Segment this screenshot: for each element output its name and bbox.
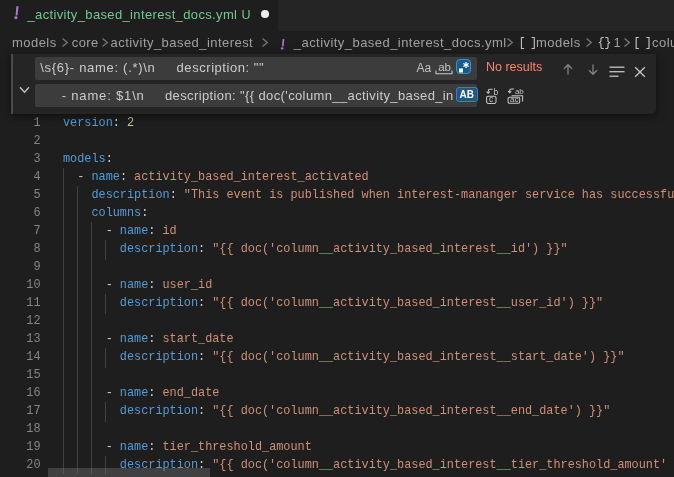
svg-text:ab: ab (438, 60, 451, 72)
svg-text:b: b (494, 87, 499, 97)
svg-text:ac: ac (510, 95, 518, 104)
